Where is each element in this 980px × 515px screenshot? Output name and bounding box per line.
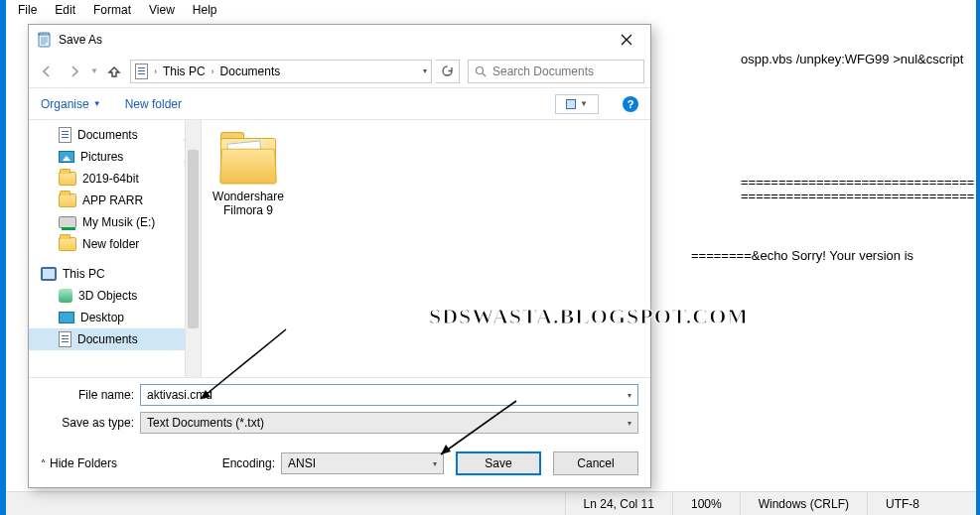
tree-my-musik[interactable]: My Musik (E:) <box>29 211 201 233</box>
folder-type-icon <box>135 64 148 79</box>
filename-value: aktivasi.cmd <box>147 388 212 402</box>
search-icon <box>475 65 487 77</box>
close-icon <box>621 34 632 46</box>
cube-icon <box>59 289 72 303</box>
address-bar[interactable]: › This PC › Documents ▾ <box>130 60 432 83</box>
organise-menu[interactable]: Organise▼ <box>41 97 101 111</box>
cancel-button[interactable]: Cancel <box>553 451 638 475</box>
tree-label: Documents <box>77 128 138 142</box>
save-button[interactable]: Save <box>456 451 541 475</box>
filename-input[interactable]: aktivasi.cmd▾ <box>140 384 638 406</box>
right-accent <box>976 0 980 515</box>
svg-point-1 <box>40 33 41 34</box>
desktop-icon <box>59 312 74 323</box>
svg-point-4 <box>48 33 49 34</box>
chevron-down-icon[interactable]: ▾ <box>628 419 631 428</box>
menu-file[interactable]: File <box>10 1 45 19</box>
tree-app-rarr[interactable]: APP RARR <box>29 190 201 211</box>
saveastype-label: Save as type: <box>41 416 140 430</box>
search-input[interactable]: Search Documents <box>468 60 644 83</box>
svg-point-5 <box>477 66 484 73</box>
arrow-up-icon <box>107 64 121 78</box>
drive-icon <box>59 216 76 228</box>
help-button[interactable]: ? <box>623 96 638 112</box>
watermark-text: SDSWASTA.BLOGSPOT.COM <box>429 304 749 329</box>
close-button[interactable] <box>609 28 644 52</box>
arrow-left-icon <box>40 64 54 78</box>
chevron-down-icon[interactable]: ▾ <box>628 391 631 400</box>
notepad-statusbar: Ln 24, Col 11 100% Windows (CRLF) UTF-8 <box>6 491 976 515</box>
chevron-up-icon: ˄ <box>41 458 46 469</box>
dialog-title: Save As <box>59 33 102 47</box>
history-dropdown[interactable]: ▼ <box>90 66 98 75</box>
dialog-footer-buttons: ˄Hide Folders Encoding: ANSI▾ Save Cance… <box>29 444 650 487</box>
organise-label: Organise <box>41 97 89 111</box>
tree-label: Documents <box>77 332 138 346</box>
nav-tree[interactable]: Documents📌 Pictures📌 2019-64bit APP RARR… <box>29 120 202 377</box>
hide-folders-label: Hide Folders <box>50 456 117 470</box>
tree-label: New folder <box>82 237 139 251</box>
tree-this-pc[interactable]: This PC <box>29 263 201 285</box>
folder-icon <box>59 237 76 251</box>
scrollbar-thumb[interactable] <box>188 150 199 328</box>
menu-help[interactable]: Help <box>185 1 225 19</box>
folder-large-icon <box>216 132 280 184</box>
refresh-icon <box>441 64 454 77</box>
hide-folders-toggle[interactable]: ˄Hide Folders <box>41 456 117 470</box>
encoding-label: Encoding: <box>222 456 275 470</box>
notepad-menubar: File Edit Format View Help <box>6 0 229 20</box>
status-eol: Windows (CRLF) <box>740 492 867 515</box>
status-position: Ln 24, Col 11 <box>565 492 672 515</box>
file-pane[interactable]: Wondershare Filmora 9 <box>202 120 650 377</box>
menu-view[interactable]: View <box>141 1 183 19</box>
tree-new-folder[interactable]: New folder <box>29 233 201 255</box>
folder-icon <box>59 172 76 186</box>
tree-scrollbar[interactable] <box>185 120 201 377</box>
menu-format[interactable]: Format <box>85 1 139 19</box>
dialog-footer-fields: File name: aktivasi.cmd▾ Save as type: T… <box>29 377 650 444</box>
view-icon <box>566 99 576 109</box>
tree-label: APP RARR <box>82 193 143 207</box>
file-item-wondershare[interactable]: Wondershare Filmora 9 <box>210 132 287 217</box>
chevron-right-icon: › <box>154 66 157 76</box>
tree-label: This PC <box>63 267 105 281</box>
text-fragment-1: ospp.vbs /unpkey:WFG99 >nul&cscript <box>741 52 963 66</box>
tree-2019-64bit[interactable]: 2019-64bit <box>29 168 201 190</box>
tree-label: 3D Objects <box>78 289 137 303</box>
menu-edit[interactable]: Edit <box>47 1 83 19</box>
encoding-value: ANSI <box>288 456 316 470</box>
tree-label: 2019-64bit <box>82 172 139 186</box>
file-item-label: Wondershare Filmora 9 <box>210 190 287 217</box>
saveastype-select[interactable]: Text Documents (*.txt)▾ <box>140 412 638 434</box>
svg-point-2 <box>43 33 44 34</box>
status-zoom: 100% <box>672 492 740 515</box>
tree-documents[interactable]: Documents📌 <box>29 124 201 146</box>
folder-icon <box>59 193 76 207</box>
tree-3d-objects[interactable]: 3D Objects <box>29 285 201 307</box>
address-dropdown-icon[interactable]: ▾ <box>423 66 427 75</box>
forward-button[interactable] <box>63 60 86 83</box>
tree-label: Pictures <box>80 150 123 164</box>
dialog-titlebar: Save As <box>29 25 650 55</box>
notepad-icon <box>37 32 53 48</box>
tree-desktop[interactable]: Desktop <box>29 307 201 328</box>
encoding-select[interactable]: ANSI▾ <box>281 452 444 474</box>
saveastype-value: Text Documents (*.txt) <box>147 416 264 430</box>
tree-label: Desktop <box>80 311 124 324</box>
pc-icon <box>41 267 57 281</box>
refresh-button[interactable] <box>436 60 460 83</box>
text-fragment-3: =============================== <box>741 189 974 203</box>
breadcrumb-thispc[interactable]: This PC <box>163 64 206 78</box>
view-mode-dropdown[interactable]: ▼ <box>555 94 599 114</box>
dialog-toolbar: Organise▼ New folder ▼ ? <box>29 88 650 120</box>
breadcrumb-documents[interactable]: Documents <box>220 64 281 78</box>
chevron-down-icon: ▼ <box>93 99 101 108</box>
back-button[interactable] <box>35 60 59 83</box>
chevron-down-icon[interactable]: ▾ <box>433 459 437 468</box>
arrow-right-icon <box>68 64 81 78</box>
status-encoding: UTF-8 <box>867 492 976 515</box>
tree-documents-selected[interactable]: Documents <box>29 328 201 350</box>
new-folder-button[interactable]: New folder <box>125 97 182 111</box>
tree-pictures[interactable]: Pictures📌 <box>29 146 201 168</box>
up-button[interactable] <box>102 60 126 83</box>
